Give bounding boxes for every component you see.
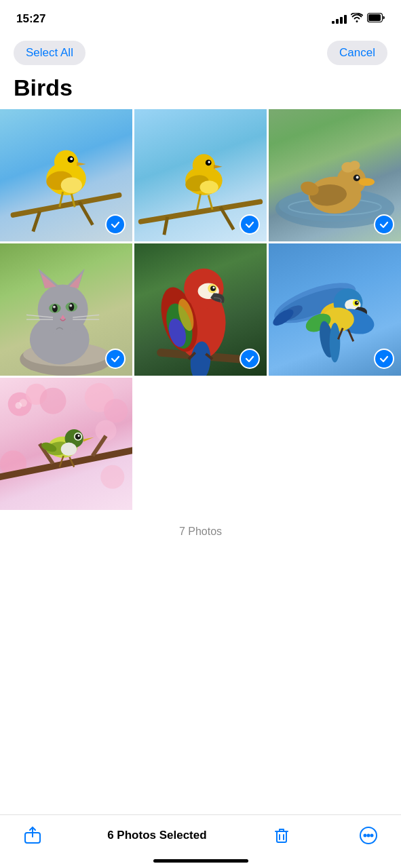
photo-count: 7 Photos — [0, 512, 401, 545]
svg-marker-43 — [41, 273, 56, 288]
photo-cell-3[interactable] — [269, 109, 401, 241]
svg-point-79 — [355, 301, 359, 305]
svg-point-118 — [364, 835, 366, 837]
page-title: Birds — [0, 72, 401, 109]
svg-point-33 — [359, 178, 375, 186]
selected-count-label: 6 Photos Selected — [107, 829, 206, 842]
cancel-button[interactable]: Cancel — [327, 41, 387, 65]
svg-point-51 — [69, 304, 72, 307]
svg-point-48 — [52, 304, 58, 313]
svg-line-16 — [221, 207, 234, 229]
svg-point-97 — [15, 402, 22, 409]
check-badge-2[interactable] — [240, 214, 260, 235]
svg-line-100 — [93, 436, 107, 456]
status-time: 15:27 — [16, 12, 45, 26]
svg-line-4 — [79, 202, 93, 225]
svg-point-120 — [371, 835, 373, 837]
svg-point-41 — [38, 284, 88, 334]
svg-rect-1 — [368, 14, 381, 21]
svg-point-11 — [61, 177, 82, 193]
photo-cell-4[interactable] — [0, 243, 132, 376]
svg-rect-114 — [277, 831, 286, 842]
action-bar: Select All Cancel — [0, 34, 401, 72]
svg-point-90 — [40, 388, 66, 414]
photo-cell-5[interactable] — [134, 243, 267, 376]
photo-cell-1[interactable] — [0, 109, 132, 241]
svg-point-18 — [193, 154, 215, 176]
svg-line-24 — [197, 194, 201, 210]
svg-line-2 — [14, 195, 119, 215]
check-badge-4[interactable] — [105, 349, 126, 369]
svg-point-119 — [368, 835, 370, 837]
svg-point-109 — [61, 443, 77, 456]
svg-point-95 — [100, 465, 124, 489]
delete-button[interactable] — [269, 823, 294, 848]
check-badge-5[interactable] — [240, 349, 260, 369]
svg-point-80 — [357, 302, 358, 303]
svg-point-6 — [54, 150, 78, 174]
photo-cell-7[interactable] — [0, 378, 132, 510]
svg-point-92 — [104, 399, 128, 422]
wifi-icon — [351, 13, 363, 25]
select-all-button[interactable]: Select All — [14, 41, 85, 65]
svg-point-23 — [200, 180, 218, 194]
svg-point-35 — [349, 161, 360, 170]
photo-cell-6[interactable] — [269, 243, 401, 376]
svg-marker-9 — [77, 162, 86, 166]
check-badge-6[interactable] — [374, 349, 394, 369]
photo-grid — [0, 109, 401, 512]
svg-point-66 — [213, 287, 215, 289]
check-badge-1[interactable] — [105, 214, 126, 235]
svg-point-104 — [78, 435, 80, 437]
check-badge-3[interactable] — [374, 214, 394, 235]
svg-point-32 — [356, 176, 359, 178]
home-indicator — [153, 859, 248, 863]
svg-point-85 — [330, 323, 341, 363]
battery-icon — [367, 13, 385, 25]
svg-marker-21 — [214, 165, 223, 169]
svg-point-49 — [69, 303, 74, 311]
more-button[interactable] — [356, 823, 381, 848]
svg-point-20 — [208, 161, 210, 163]
svg-marker-105 — [83, 437, 94, 442]
svg-point-50 — [53, 306, 56, 309]
status-bar: 15:27 — [0, 0, 401, 34]
svg-point-8 — [70, 157, 73, 160]
share-button[interactable] — [20, 823, 45, 848]
svg-line-3 — [33, 212, 40, 231]
signal-icon — [332, 14, 347, 24]
status-icons — [332, 13, 385, 25]
photo-cell-2[interactable] — [134, 109, 267, 241]
